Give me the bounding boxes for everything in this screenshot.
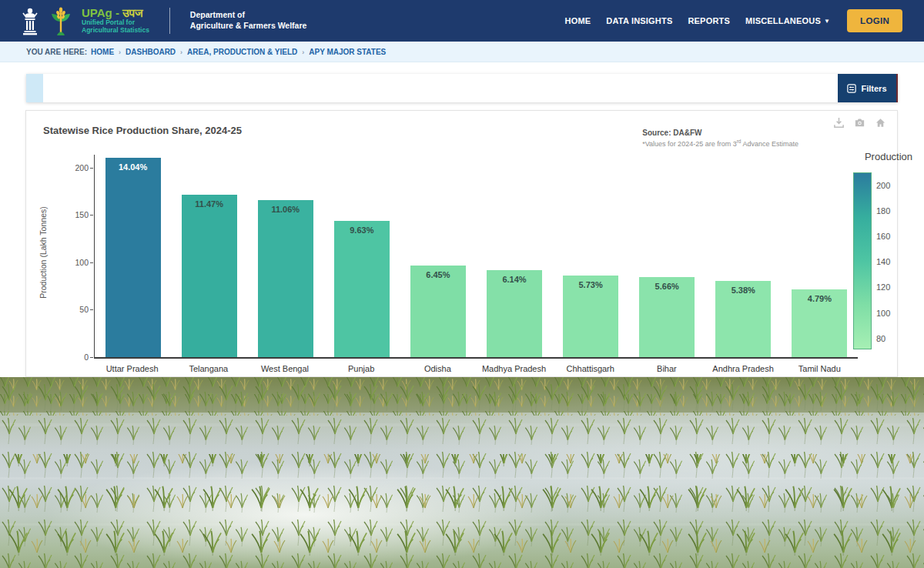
bar-share-label-andhra-pradesh: 5.38% (715, 286, 771, 295)
breadcrumb-prefix: YOU ARE HERE: (26, 48, 87, 56)
home-icon[interactable] (874, 117, 886, 129)
breadcrumb-separator: › (119, 48, 121, 56)
bar-andhra-pradesh[interactable]: 5.38% (715, 281, 771, 357)
bar-share-label-odisha: 6.45% (410, 270, 466, 279)
breadcrumb-item-home[interactable]: HOME (91, 48, 114, 56)
colorbar-gradient (853, 172, 872, 349)
breadcrumb-item-apy-major-states: APY MAJOR STATES (309, 48, 386, 56)
nav-item-reports[interactable]: REPORTS (688, 16, 730, 25)
x-axis-label-andhra-pradesh: Andhra Pradesh (705, 364, 782, 373)
x-axis-label-madhya-pradesh: Madhya Pradesh (476, 364, 552, 373)
india-national-emblem-icon (20, 5, 40, 36)
breadcrumb: YOU ARE HERE: HOME›DASHBOARD›AREA, PRODU… (0, 42, 924, 62)
bar-chhattisgarh[interactable]: 5.73% (563, 276, 618, 357)
breadcrumb-items: HOME›DASHBOARD›AREA, PRODUCTION & YIELD›… (91, 48, 386, 56)
bar-share-label-chhattisgarh: 5.73% (563, 280, 618, 289)
bar-telangana[interactable]: 11.47% (182, 195, 237, 357)
bar-share-label-tamil-nadu: 4.79% (792, 294, 847, 303)
nav-item-home[interactable]: HOME (565, 16, 591, 25)
breadcrumb-separator: › (180, 48, 182, 56)
y-axis-tick-150: 150 (75, 210, 95, 219)
filter-panel-accent (26, 74, 43, 102)
y-axis-title: Production (Lakh Tonnes) (38, 191, 48, 314)
x-axis-label-punjab: Punjab (323, 364, 400, 373)
login-button[interactable]: LOGIN (847, 9, 902, 32)
bar-uttar-pradesh[interactable]: 14.04% (105, 158, 161, 357)
upag-name: UPAg (82, 6, 112, 19)
colorbar-tick-80: 80 (876, 334, 886, 343)
upag-separator: - (112, 6, 122, 19)
colorbar-tick-120: 120 (876, 282, 890, 292)
y-axis-tick-100: 100 (75, 258, 95, 267)
chart-source-block: Source: DA&FW *Values for 2024-25 are fr… (642, 129, 798, 148)
paddy-field-photo (0, 377, 924, 568)
filter-sliders-icon (847, 84, 856, 93)
chevron-down-icon: ▼ (824, 18, 830, 25)
colorbar-tick-200: 200 (876, 181, 890, 190)
colorbar-tick-180: 180 (876, 206, 890, 216)
bar-share-label-punjab: 9.63% (334, 226, 390, 235)
download-icon[interactable] (832, 117, 845, 129)
breadcrumb-item-dashboard[interactable]: DASHBOARD (126, 48, 176, 56)
x-axis-label-telangana: Telangana (170, 364, 246, 373)
bar-odisha[interactable]: 6.45% (410, 266, 466, 357)
bar-share-label-telangana: 11.47% (182, 199, 237, 209)
x-axis-label-chhattisgarh: Chhattisgarh (552, 364, 628, 373)
chart-title: Statewise Rice Production Share, 2024-25 (43, 125, 242, 136)
chart-note: *Values for 2024-25 are from 3rd Advance… (642, 139, 798, 148)
nav-item-miscellaneous[interactable]: MISCELLANEOUS▼ (745, 16, 830, 25)
x-axis-label-bihar: Bihar (628, 364, 705, 373)
main-nav: HOMEDATA INSIGHTSREPORTSMISCELLANEOUS▼ (565, 16, 831, 25)
x-axis-label-west-bengal: West Bengal (246, 364, 323, 373)
filters-button[interactable]: Filters (838, 74, 898, 102)
app-header: UPAg - उपज Unified Portal for Agricultur… (0, 0, 924, 42)
bar-west-bengal[interactable]: 11.06% (258, 200, 313, 357)
bar-share-label-bihar: 5.66% (639, 282, 695, 291)
y-axis-tick-50: 50 (79, 305, 95, 314)
chart-toolbar (832, 117, 886, 129)
colorbar-tick-160: 160 (876, 232, 890, 241)
colorbar-tick-100: 100 (876, 309, 890, 318)
department-title: Department of Agriculture & Farmers Welf… (190, 10, 307, 31)
bar-tamil-nadu[interactable]: 4.79% (792, 289, 847, 357)
y-axis-tick-0: 0 (84, 352, 95, 362)
filters-button-label: Filters (861, 84, 886, 93)
filter-bar: Filters (26, 74, 898, 102)
bar-punjab[interactable]: 9.63% (334, 221, 390, 357)
x-axis-label-uttar-pradesh: Uttar Pradesh (94, 364, 170, 373)
y-axis-tick-200: 200 (75, 163, 95, 172)
bar-share-label-madhya-pradesh: 6.14% (487, 275, 542, 284)
x-axis-label-odisha: Odisha (400, 364, 476, 373)
colorbar-legend-title: Production (842, 151, 924, 162)
upag-wordmark: UPAg - उपज Unified Portal for Agricultur… (82, 7, 149, 34)
upag-plant-logo-icon (49, 6, 72, 35)
upag-hindi-name: उपज (122, 6, 142, 19)
colorbar-tick-140: 140 (876, 257, 890, 266)
bar-bihar[interactable]: 5.66% (639, 277, 695, 357)
x-axis-labels: Uttar PradeshTelanganaWest BengalPunjabO… (94, 364, 858, 373)
bar-chart-plot-area: 14.04%11.47%11.06%9.63%6.45%6.14%5.73%5.… (94, 155, 858, 359)
breadcrumb-item-area-production-yield[interactable]: AREA, PRODUCTION & YIELD (187, 48, 297, 56)
bar-share-label-west-bengal: 11.06% (258, 205, 313, 214)
camera-icon[interactable] (853, 117, 865, 129)
bar-madhya-pradesh[interactable]: 6.14% (487, 270, 542, 357)
x-axis-label-tamil-nadu: Tamil Nadu (782, 364, 858, 373)
chart-source: Source: DA&FW (642, 129, 798, 137)
breadcrumb-separator: › (302, 48, 304, 56)
bar-share-label-uttar-pradesh: 14.04% (105, 162, 161, 172)
brand-divider (169, 8, 170, 34)
upag-subtitle-line2: Agricultural Statistics (82, 27, 149, 35)
brand-group: UPAg - उपज Unified Portal for Agricultur… (20, 5, 306, 36)
nav-item-data-insights[interactable]: DATA INSIGHTS (606, 16, 672, 25)
chart-card: Statewise Rice Production Share, 2024-25… (25, 110, 898, 377)
